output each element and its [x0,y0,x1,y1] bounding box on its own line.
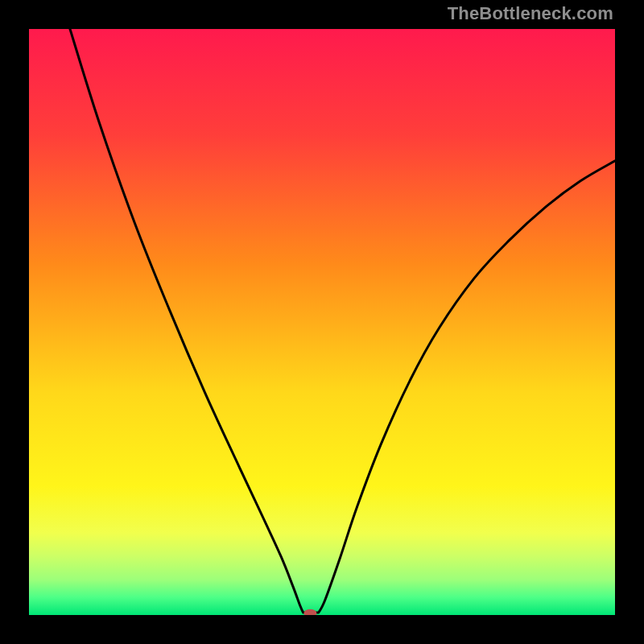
chart-svg [29,29,615,615]
plot-area [29,29,615,615]
optimal-point-marker [303,609,316,615]
watermark-text: TheBottleneck.com [448,3,613,24]
bottleneck-curve [70,29,615,613]
